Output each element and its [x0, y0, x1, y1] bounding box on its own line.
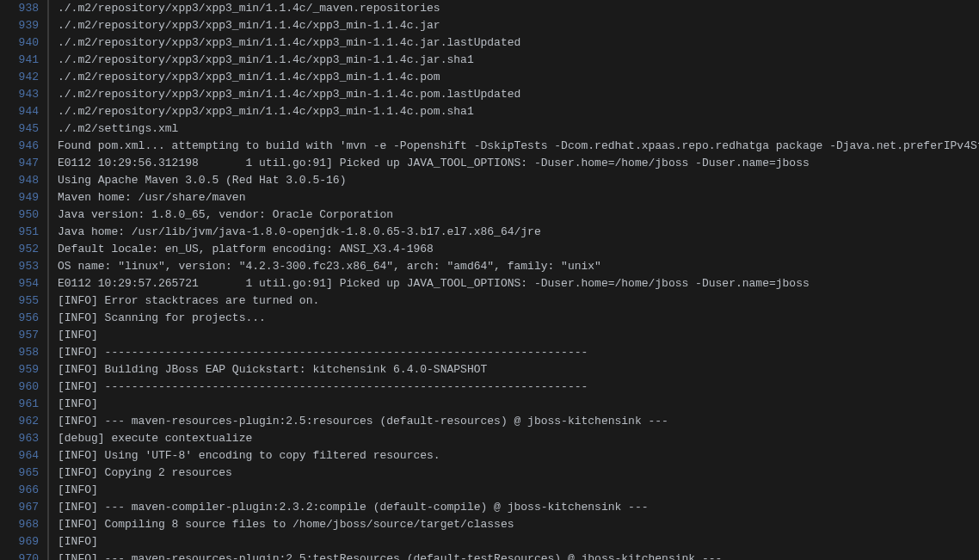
- log-line-content[interactable]: [INFO] ---------------------------------…: [49, 378, 588, 396]
- log-line: 956[INFO] Scanning for projects...: [0, 310, 979, 327]
- log-line-content[interactable]: [INFO] --- maven-compiler-plugin:2.3.2:c…: [49, 499, 649, 516]
- line-number: 969: [0, 533, 47, 551]
- line-number: 947: [0, 155, 47, 172]
- line-number: 961: [0, 396, 47, 413]
- log-line-content[interactable]: ./.m2/repository/xpp3/xpp3_min/1.1.4c/xp…: [49, 69, 440, 86]
- line-number: 967: [0, 499, 47, 516]
- line-number: 950: [0, 206, 47, 224]
- log-line: 950Java version: 1.8.0_65, vendor: Oracl…: [0, 206, 979, 224]
- log-line: 954E0112 10:29:57.265721 1 util.go:91] P…: [0, 275, 979, 292]
- line-number: 952: [0, 241, 47, 258]
- log-line: 947E0112 10:29:56.312198 1 util.go:91] P…: [0, 155, 979, 172]
- line-number: 957: [0, 327, 47, 344]
- log-line-content[interactable]: [INFO]: [49, 533, 98, 551]
- log-line: 949Maven home: /usr/share/maven: [0, 189, 979, 206]
- line-number: 970: [0, 551, 47, 560]
- log-line: 964[INFO] Using 'UTF-8' encoding to copy…: [0, 447, 979, 465]
- line-number: 938: [0, 0, 47, 17]
- line-number: 951: [0, 224, 47, 241]
- log-line: 969[INFO]: [0, 533, 979, 551]
- log-line: 963[debug] execute contextualize: [0, 430, 979, 447]
- line-number: 956: [0, 310, 47, 327]
- line-number: 943: [0, 86, 47, 103]
- log-line-content[interactable]: [INFO] --- maven-resources-plugin:2.5:re…: [49, 413, 668, 430]
- log-line-content[interactable]: ./.m2/repository/xpp3/xpp3_min/1.1.4c/xp…: [49, 17, 440, 34]
- log-line: 943./.m2/repository/xpp3/xpp3_min/1.1.4c…: [0, 86, 979, 103]
- line-number: 955: [0, 292, 47, 310]
- line-number: 945: [0, 120, 47, 138]
- log-line: 951Java home: /usr/lib/jvm/java-1.8.0-op…: [0, 224, 979, 241]
- log-line: 957[INFO]: [0, 327, 979, 344]
- line-number: 942: [0, 69, 47, 86]
- log-line: 953OS name: "linux", version: "4.2.3-300…: [0, 258, 979, 275]
- line-number: 960: [0, 378, 47, 396]
- line-number: 953: [0, 258, 47, 275]
- log-line-content[interactable]: Default locale: en_US, platform encoding…: [49, 241, 434, 258]
- log-line: 952Default locale: en_US, platform encod…: [0, 241, 979, 258]
- log-line-content[interactable]: [INFO] --- maven-resources-plugin:2.5:te…: [49, 551, 722, 560]
- line-number: 964: [0, 447, 47, 465]
- log-line: 945./.m2/settings.xml: [0, 120, 979, 138]
- log-line-content[interactable]: E0112 10:29:56.312198 1 util.go:91] Pick…: [49, 155, 810, 172]
- log-line-content[interactable]: ./.m2/repository/xpp3/xpp3_min/1.1.4c/xp…: [49, 86, 520, 103]
- line-number: 949: [0, 189, 47, 206]
- line-number: 958: [0, 344, 47, 361]
- log-line: 965[INFO] Copying 2 resources: [0, 465, 979, 482]
- log-line: 939./.m2/repository/xpp3/xpp3_min/1.1.4c…: [0, 17, 979, 34]
- log-line: 968[INFO] Compiling 8 source files to /h…: [0, 516, 979, 533]
- log-line: 955[INFO] Error stacktraces are turned o…: [0, 292, 979, 310]
- log-line-content[interactable]: [INFO] Copying 2 resources: [49, 465, 232, 482]
- line-number: 954: [0, 275, 47, 292]
- line-number: 966: [0, 482, 47, 499]
- log-line-content[interactable]: ./.m2/repository/xpp3/xpp3_min/1.1.4c/xp…: [49, 103, 474, 120]
- log-line-content[interactable]: Maven home: /usr/share/maven: [49, 189, 245, 206]
- log-line-content[interactable]: Using Apache Maven 3.0.5 (Red Hat 3.0.5-…: [49, 172, 346, 189]
- line-number: 939: [0, 17, 47, 34]
- log-line-content[interactable]: [INFO]: [49, 327, 98, 344]
- log-line-content[interactable]: [INFO] Error stacktraces are turned on.: [49, 292, 319, 310]
- line-number: 962: [0, 413, 47, 430]
- line-number: 944: [0, 103, 47, 120]
- log-line: 958[INFO] ------------------------------…: [0, 344, 979, 361]
- log-line-content[interactable]: ./.m2/settings.xml: [49, 120, 178, 138]
- log-line: 940./.m2/repository/xpp3/xpp3_min/1.1.4c…: [0, 34, 979, 52]
- log-line-content[interactable]: OS name: "linux", version: "4.2.3-300.fc…: [49, 258, 601, 275]
- log-line: 967[INFO] --- maven-compiler-plugin:2.3.…: [0, 499, 979, 516]
- log-line-content[interactable]: Found pom.xml... attempting to build wit…: [49, 138, 979, 155]
- line-number: 948: [0, 172, 47, 189]
- log-line-content[interactable]: ./.m2/repository/xpp3/xpp3_min/1.1.4c/xp…: [49, 34, 520, 52]
- line-number: 965: [0, 465, 47, 482]
- log-line: 938./.m2/repository/xpp3/xpp3_min/1.1.4c…: [0, 0, 979, 17]
- log-line-content[interactable]: [debug] execute contextualize: [49, 430, 252, 447]
- line-number: 941: [0, 52, 47, 69]
- log-line-content[interactable]: ./.m2/repository/xpp3/xpp3_min/1.1.4c/xp…: [49, 52, 474, 69]
- log-line: 959[INFO] Building JBoss EAP Quickstart:…: [0, 361, 979, 378]
- log-line: 941./.m2/repository/xpp3/xpp3_min/1.1.4c…: [0, 52, 979, 69]
- log-line-content[interactable]: [INFO] Compiling 8 source files to /home…: [49, 516, 514, 533]
- log-line-content[interactable]: E0112 10:29:57.265721 1 util.go:91] Pick…: [49, 275, 810, 292]
- log-line: 960[INFO] ------------------------------…: [0, 378, 979, 396]
- log-line-content[interactable]: Java home: /usr/lib/jvm/java-1.8.0-openj…: [49, 224, 541, 241]
- log-line-content[interactable]: [INFO] ---------------------------------…: [49, 344, 588, 361]
- log-line-content[interactable]: ./.m2/repository/xpp3/xpp3_min/1.1.4c/_m…: [49, 0, 440, 17]
- log-line-content[interactable]: [INFO] Building JBoss EAP Quickstart: ki…: [49, 361, 487, 378]
- log-line: 946Found pom.xml... attempting to build …: [0, 138, 979, 155]
- log-viewer: 938./.m2/repository/xpp3/xpp3_min/1.1.4c…: [0, 0, 979, 560]
- log-line-content[interactable]: [INFO] Using 'UTF-8' encoding to copy fi…: [49, 447, 440, 465]
- log-line: 942./.m2/repository/xpp3/xpp3_min/1.1.4c…: [0, 69, 979, 86]
- log-line: 962[INFO] --- maven-resources-plugin:2.5…: [0, 413, 979, 430]
- line-number: 963: [0, 430, 47, 447]
- log-line-content[interactable]: [INFO]: [49, 482, 98, 499]
- log-line: 944./.m2/repository/xpp3/xpp3_min/1.1.4c…: [0, 103, 979, 120]
- line-number: 946: [0, 138, 47, 155]
- line-number: 959: [0, 361, 47, 378]
- log-line-content[interactable]: [INFO]: [49, 396, 98, 413]
- line-number: 968: [0, 516, 47, 533]
- log-line: 961[INFO]: [0, 396, 979, 413]
- log-line-content[interactable]: [INFO] Scanning for projects...: [49, 310, 266, 327]
- log-line: 948Using Apache Maven 3.0.5 (Red Hat 3.0…: [0, 172, 979, 189]
- log-line: 966[INFO]: [0, 482, 979, 499]
- log-line-content[interactable]: Java version: 1.8.0_65, vendor: Oracle C…: [49, 206, 393, 224]
- log-line: 970[INFO] --- maven-resources-plugin:2.5…: [0, 551, 979, 560]
- line-number: 940: [0, 34, 47, 52]
